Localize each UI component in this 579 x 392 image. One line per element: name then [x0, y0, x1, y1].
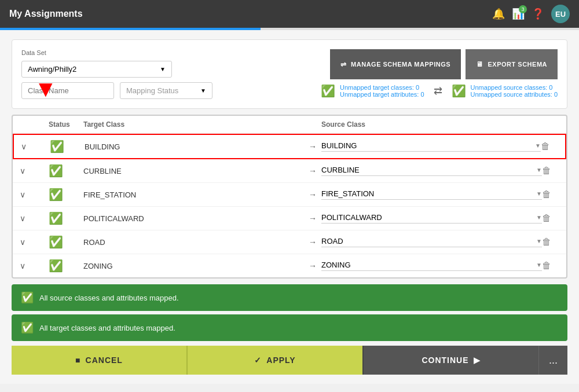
status-check: ✅ [49, 259, 83, 273]
progress-bar-fill [0, 28, 261, 30]
source-caret[interactable]: ▼ [536, 190, 542, 197]
source-caret[interactable]: ▼ [536, 262, 542, 268]
delete-icon[interactable]: 🗑 [542, 261, 559, 271]
unmapped-target-classes: Unmapped target classes: 0 [340, 84, 424, 91]
mapping-arrow: → [304, 166, 321, 175]
delete-icon[interactable]: 🗑 [542, 213, 559, 224]
mapping-table: Status Target Class Source Class ∨ ✅ BUI… [12, 115, 567, 279]
table-row: ∨ ✅ BUILDING → BUILDING ▼ 🗑 [13, 134, 566, 159]
source-check-icon: ✅ [452, 84, 466, 98]
exchange-icon: ⇄ [434, 85, 442, 97]
more-options-button[interactable]: ... [538, 346, 567, 375]
unmapped-source-attrs: Unmapped source attributes: 0 [471, 91, 558, 98]
cancel-icon: ■ [75, 356, 80, 365]
notification-icon[interactable]: 🔔 [492, 8, 505, 20]
source-status-text: All source classes and attributes mapped… [39, 294, 179, 302]
mapping-status-caret: ▼ [200, 87, 206, 94]
mapping-arrow: → [304, 261, 321, 270]
table-row: ∨ ✅ POLITICALWARD → POLITICALWARD ▼ 🗑 [13, 207, 566, 230]
status-check: ✅ [49, 164, 83, 178]
delete-icon[interactable]: 🗑 [542, 166, 559, 176]
source-caret[interactable]: ▼ [535, 142, 541, 149]
progress-bar-container [0, 28, 579, 30]
export-schema-button[interactable]: 🖥 EXPORT SCHEMA [466, 49, 558, 79]
table-row: ∨ ✅ CURBLINE → CURBLINE ▼ 🗑 [13, 159, 566, 183]
target-stats: ✅ Unmapped target classes: 0 Unmapped ta… [321, 84, 424, 98]
chart-icon[interactable]: 📊 3 [512, 8, 525, 20]
status-check: ✅ [49, 188, 83, 202]
dataset-label: Data Set [21, 49, 314, 56]
status-check: ✅ [50, 140, 85, 153]
dataset-select[interactable]: Awning/Philly2 ▼ [21, 61, 172, 78]
notification-badge: 3 [519, 5, 527, 13]
mapping-arrow: → [304, 142, 321, 151]
status-check: ✅ [49, 235, 83, 249]
expand-chevron[interactable]: ∨ [20, 166, 49, 175]
source-stats: ✅ Unmapped source classes: 0 Unmapped so… [452, 84, 558, 98]
avatar[interactable]: EU [551, 5, 570, 23]
cancel-button[interactable]: ■ CANCEL [12, 346, 186, 375]
table-header: Status Target Class Source Class [13, 116, 566, 134]
target-status-check-icon: ✅ [21, 321, 34, 334]
target-status-text: All target classes and attributes mapped… [39, 324, 175, 332]
table-row: ∨ ✅ FIRE_STATION → FIRE_STATION ▼ 🗑 [13, 183, 566, 207]
target-check-icon: ✅ [321, 84, 335, 98]
table-row: ∨ ✅ ZONING → ZONING ▼ 🗑 [13, 254, 566, 277]
col-source-class: Source Class [321, 120, 542, 129]
expand-chevron[interactable]: ∨ [20, 214, 49, 223]
mapping-arrow: → [304, 214, 321, 223]
manage-schema-button[interactable]: ⇌ MANAGE SCHEMA MAPPINGS [330, 49, 461, 79]
col-target-class: Target Class [83, 120, 304, 129]
mapping-arrow: → [304, 190, 321, 199]
app-title: My Assignments [9, 9, 83, 19]
header-icons: 🔔 📊 3 ❓ EU [492, 5, 570, 23]
help-icon[interactable]: ❓ [532, 8, 544, 20]
mapping-status-select[interactable]: Mapping Status ▼ [120, 82, 212, 99]
source-status-message: ✅ All source classes and attributes mapp… [12, 284, 567, 311]
col-status: Status [49, 120, 83, 129]
red-arrow-indicator: ▼ [34, 76, 57, 102]
manage-icon: ⇌ [340, 60, 347, 68]
continue-button[interactable]: CONTINUE ▶ [362, 346, 538, 375]
expand-chevron[interactable]: ∨ [20, 237, 49, 247]
expand-chevron[interactable]: ∨ [20, 261, 49, 270]
continue-arrow-icon: ▶ [474, 356, 481, 365]
main-content: ▼ Data Set Awning/Philly2 ▼ Mapping Stat… [0, 30, 579, 384]
unmapped-source-classes: Unmapped source classes: 0 [471, 84, 558, 91]
target-status-message: ✅ All target classes and attributes mapp… [12, 314, 567, 341]
expand-chevron[interactable]: ∨ [21, 142, 50, 151]
source-caret[interactable]: ▼ [536, 167, 542, 173]
delete-icon[interactable]: 🗑 [542, 189, 559, 200]
apply-button[interactable]: ✓ APPLY [186, 346, 362, 375]
export-icon: 🖥 [476, 60, 483, 68]
footer-buttons: ■ CANCEL ✓ APPLY CONTINUE ▶ ... [12, 346, 567, 375]
mapping-arrow: → [304, 237, 321, 247]
dataset-caret: ▼ [160, 66, 166, 72]
app-header: My Assignments 🔔 📊 3 ❓ EU [0, 0, 579, 28]
apply-icon: ✓ [254, 356, 262, 365]
expand-chevron[interactable]: ∨ [20, 190, 49, 199]
source-caret[interactable]: ▼ [536, 238, 542, 244]
source-status-check-icon: ✅ [21, 291, 34, 304]
status-check: ✅ [49, 211, 83, 225]
delete-icon[interactable]: 🗑 [541, 141, 558, 152]
table-row: ∨ ✅ ROAD → ROAD ▼ 🗑 [13, 230, 566, 254]
delete-icon[interactable]: 🗑 [542, 237, 559, 247]
unmapped-target-attrs: Unmapped target attributes: 0 [340, 91, 424, 98]
source-caret[interactable]: ▼ [536, 214, 542, 221]
